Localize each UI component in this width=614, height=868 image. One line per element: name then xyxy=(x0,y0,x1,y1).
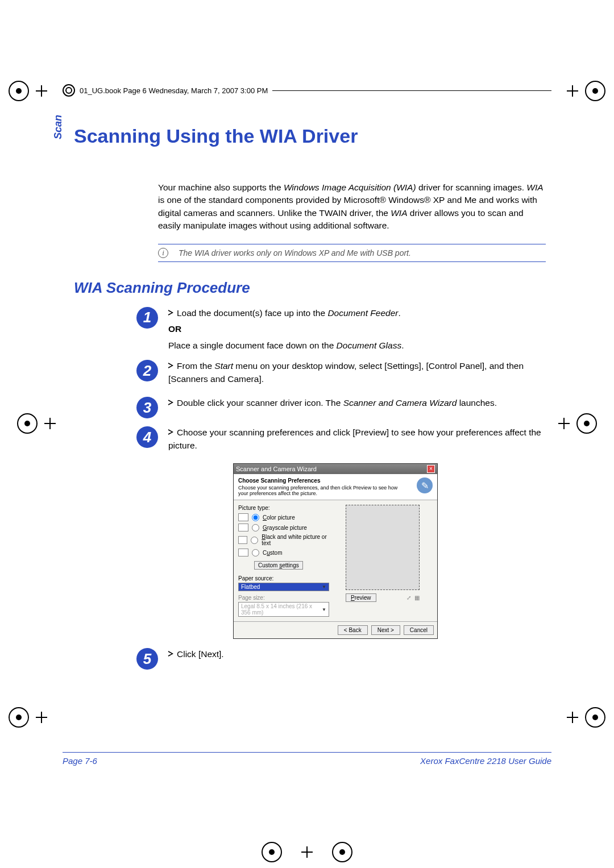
option-bw[interactable]: Black and white picture or text xyxy=(238,534,329,546)
thumb-icon xyxy=(238,549,248,556)
thumb-icon xyxy=(238,513,248,521)
note-block: i The WIA driver works only on Windows X… xyxy=(158,244,546,262)
custom-settings-button[interactable]: Custom settings xyxy=(254,561,303,570)
thumb-icon xyxy=(238,536,247,544)
close-icon[interactable]: × xyxy=(427,465,435,473)
crop-mark-icon xyxy=(9,706,54,729)
radio-bw[interactable] xyxy=(251,537,258,544)
radio-custom[interactable] xyxy=(252,549,259,556)
back-button[interactable]: < Back xyxy=(338,625,368,635)
header-stamp-text: 01_UG.book Page 6 Wednesday, March 7, 20… xyxy=(80,86,268,95)
bullet-icon xyxy=(168,400,173,405)
wizard-banner-sub: Choose your scanning preferences, and th… xyxy=(238,485,403,496)
wizard-titlebar: Scanner and Camera Wizard × xyxy=(234,464,437,474)
scanner-icon: ✎ xyxy=(417,477,433,493)
preview-area xyxy=(346,505,420,590)
radio-color[interactable] xyxy=(252,514,259,521)
step-2: 2 From the Start menu on your desktop wi… xyxy=(136,360,546,389)
note-text: The WIA driver works only on Windows XP … xyxy=(179,248,411,258)
next-button[interactable]: Next > xyxy=(371,625,400,635)
step-number-badge: 3 xyxy=(136,397,158,418)
cancel-button[interactable]: Cancel xyxy=(404,625,434,635)
bullet-icon xyxy=(168,429,173,435)
crop-mark-icon xyxy=(17,412,63,435)
info-icon: i xyxy=(158,248,168,258)
wizard-dialog: Scanner and Camera Wizard × Choose Scann… xyxy=(233,463,438,639)
step-3: 3 Double click your scanner driver icon.… xyxy=(136,397,546,418)
option-custom[interactable]: Custom xyxy=(238,549,329,556)
page-footer: Page 7-6 Xerox FaxCentre 2218 User Guide xyxy=(63,752,551,766)
crop-mark-icon xyxy=(9,80,54,102)
step-number-badge: 5 xyxy=(136,648,158,670)
crop-mark-icon xyxy=(560,80,605,102)
paper-source-label: Paper source: xyxy=(238,575,329,582)
thumb-icon xyxy=(238,524,248,531)
option-color[interactable]: CColor pictureolor picture xyxy=(238,513,329,521)
page-size-label: Page size: xyxy=(238,595,329,601)
side-tab: Scan xyxy=(52,115,64,139)
preview-button[interactable]: Preview xyxy=(346,593,376,602)
footer-right: Xerox FaxCentre 2218 User Guide xyxy=(420,756,551,766)
page-size-select[interactable]: Legal 8.5 x 14 inches (216 x 356 mm)▼ xyxy=(238,602,329,617)
step-number-badge: 2 xyxy=(136,360,158,381)
picture-type-label: Picture type: xyxy=(238,505,329,511)
fit-icon[interactable]: ▦ xyxy=(414,595,420,601)
or-label: OR xyxy=(168,323,546,335)
page-title: Scanning Using the WIA Driver xyxy=(74,125,551,147)
intro-paragraph: Your machine also supports the Windows I… xyxy=(158,181,546,232)
zoom-icon[interactable]: ⤢ xyxy=(406,595,411,601)
bullet-icon xyxy=(168,310,173,315)
crop-mark-icon xyxy=(560,706,605,729)
wizard-banner: Choose Scanning Preferences Choose your … xyxy=(234,474,437,500)
step-1: 1 Load the document(s) face up into the … xyxy=(136,307,546,352)
crop-mark-icon xyxy=(262,841,352,863)
footer-left: Page 7-6 xyxy=(63,756,97,766)
bullet-icon xyxy=(168,651,173,657)
crop-mark-icon xyxy=(551,412,597,435)
step-number-badge: 4 xyxy=(136,426,158,448)
header-stamp: 01_UG.book Page 6 Wednesday, March 7, 20… xyxy=(63,84,551,97)
wizard-title: Scanner and Camera Wizard xyxy=(236,466,317,472)
radio-gray[interactable] xyxy=(252,524,259,531)
option-gray[interactable]: Grayscale picture xyxy=(238,524,329,531)
wizard-banner-title: Choose Scanning Preferences xyxy=(238,477,403,484)
bullet-icon xyxy=(168,363,173,368)
paper-source-select[interactable]: Flatbed▼ xyxy=(238,583,329,591)
section-heading: WIA Scanning Procedure xyxy=(74,279,551,297)
ring-icon xyxy=(63,84,75,97)
step-number-badge: 1 xyxy=(136,307,158,329)
step-5: 5 Click [Next]. xyxy=(136,648,546,670)
step-4: 4 Choose your scanning preferences and c… xyxy=(136,426,546,455)
